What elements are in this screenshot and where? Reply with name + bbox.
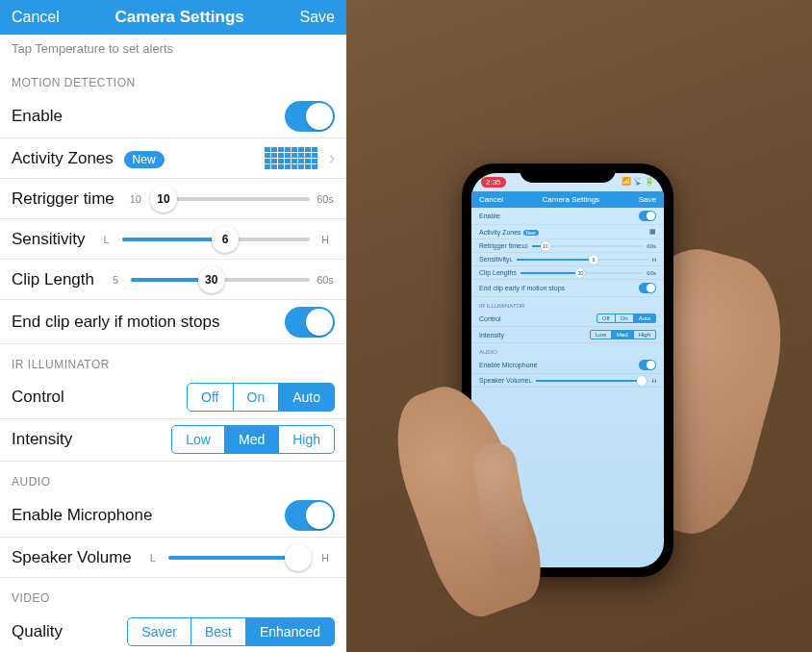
sensitivity-min: L <box>97 234 116 245</box>
status-icons: 📶 📡 🔋 <box>622 177 654 188</box>
activity-zones-label: Activity Zones New <box>12 149 165 168</box>
sensitivity-thumb[interactable]: 6 <box>212 226 239 253</box>
end-clip-label: End clip early if motion stops <box>12 313 219 332</box>
ir-intensity-label: Intensity <box>12 430 72 449</box>
row-clip-length: Clip Length 5 30 60s <box>0 260 346 300</box>
speaker-min: L <box>143 552 163 564</box>
speaker-thumb[interactable] <box>285 544 312 571</box>
row-quality: Quality Saver Best Enhanced <box>0 611 346 652</box>
speaker-max: H <box>316 552 335 564</box>
clip-length-slider[interactable]: 30 <box>131 278 310 282</box>
phone-notch <box>520 163 616 183</box>
mic-label: Enable Microphone <box>12 506 152 525</box>
retrigger-min: 10 <box>126 193 145 205</box>
row-end-clip-early: End clip early if motion stops <box>0 300 346 344</box>
cancel-button[interactable]: Cancel <box>12 9 60 26</box>
section-audio: AUDIO <box>0 462 346 494</box>
ir-intensity-med[interactable]: Med <box>225 426 279 453</box>
mini-save: Save <box>639 195 656 204</box>
quality-label: Quality <box>12 622 63 641</box>
clip-length-label: Clip Length <box>12 270 94 289</box>
mini-title: Camera Settings <box>543 195 600 204</box>
new-badge: New <box>124 151 165 168</box>
photo-phone-in-hands: 2:35 📶 📡 🔋 Cancel Camera Settings Save E… <box>346 0 812 652</box>
ir-intensity-high[interactable]: High <box>279 426 334 453</box>
row-sensitivity: Sensitivity L 6 H <box>0 219 346 260</box>
quality-saver[interactable]: Saver <box>128 618 191 645</box>
end-clip-toggle[interactable] <box>285 307 335 338</box>
retrigger-label: Retrigger time <box>12 189 114 209</box>
clip-length-thumb[interactable]: 30 <box>198 266 225 293</box>
header-bar: Cancel Camera Settings Save <box>0 0 346 35</box>
ir-intensity-low[interactable]: Low <box>172 426 225 453</box>
ir-control-auto[interactable]: Auto <box>279 384 334 411</box>
row-activity-zones[interactable]: Activity Zones New › <box>0 138 346 179</box>
row-ir-control: Control Off On Auto <box>0 377 346 419</box>
section-motion-detection: MOTION DETECTION <box>0 63 346 95</box>
recording-pill: 2:35 <box>481 177 506 188</box>
sensitivity-max: H <box>316 234 335 245</box>
speaker-label: Speaker Volume <box>12 548 132 567</box>
speaker-slider[interactable] <box>168 556 310 560</box>
hint-text: Tap Temperature to set alerts <box>0 35 346 63</box>
mini-cancel: Cancel <box>479 195 503 204</box>
clip-min: 5 <box>106 274 125 286</box>
settings-panel: Cancel Camera Settings Save Tap Temperat… <box>0 0 346 652</box>
sensitivity-slider[interactable]: 6 <box>122 238 310 241</box>
ir-control-on[interactable]: On <box>234 384 280 411</box>
save-button[interactable]: Save <box>300 9 335 26</box>
ir-control-segmented[interactable]: Off On Auto <box>187 383 335 412</box>
sensitivity-label: Sensitivity <box>12 230 86 249</box>
ir-intensity-segmented[interactable]: Low Med High <box>171 425 335 454</box>
retrigger-slider[interactable]: 10 <box>151 197 310 201</box>
enable-toggle[interactable] <box>285 101 335 132</box>
quality-enhanced[interactable]: Enhanced <box>246 618 334 645</box>
page-title: Camera Settings <box>115 8 244 27</box>
clip-max: 60s <box>316 274 335 286</box>
retrigger-thumb[interactable]: 10 <box>150 186 177 213</box>
row-ir-intensity: Intensity Low Med High <box>0 419 346 462</box>
row-speaker-volume: Speaker Volume L H <box>0 538 346 578</box>
row-enable: Enable <box>0 95 346 139</box>
chevron-right-icon: › <box>329 148 335 168</box>
mic-toggle[interactable] <box>285 500 335 531</box>
retrigger-max: 60s <box>316 193 335 205</box>
row-enable-microphone: Enable Microphone <box>0 494 346 539</box>
ir-control-label: Control <box>12 388 64 407</box>
row-retrigger-time: Retrigger time 10 10 60s <box>0 179 346 219</box>
section-video: VIDEO <box>0 578 346 611</box>
quality-best[interactable]: Best <box>191 618 246 645</box>
quality-segmented[interactable]: Saver Best Enhanced <box>127 617 335 646</box>
zone-grid-icon <box>265 147 317 169</box>
ir-control-off[interactable]: Off <box>188 384 233 411</box>
section-ir-illuminator: IR ILLUMINATOR <box>0 344 346 377</box>
enable-label: Enable <box>12 107 63 126</box>
